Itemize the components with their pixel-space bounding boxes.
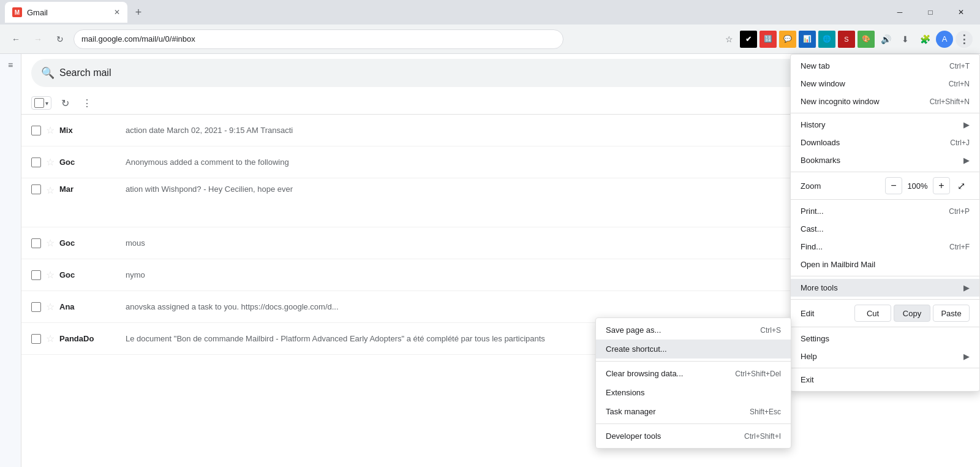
menu-cast[interactable]: Cast... bbox=[791, 220, 979, 238]
more-options-button[interactable]: ⋮ bbox=[78, 94, 96, 112]
url-bar[interactable]: mail.google.com/mail/u/0/#inbox bbox=[74, 29, 564, 49]
menu-downloads[interactable]: Downloads Ctrl+J bbox=[791, 134, 979, 151]
bookmark-icon[interactable]: ☆ bbox=[720, 31, 737, 48]
addressbar: ← → ↻ mail.google.com/mail/u/0/#inbox ☆ … bbox=[0, 25, 980, 54]
menu-new-tab[interactable]: New tab Ctrl+T bbox=[791, 57, 979, 75]
menu-more-tools-label: More tools bbox=[801, 283, 881, 292]
email-checkbox[interactable] bbox=[31, 238, 41, 248]
zoom-minus-button[interactable]: − bbox=[885, 177, 902, 194]
email-checkbox[interactable] bbox=[31, 126, 41, 135]
menu-new-tab-shortcut: Ctrl+T bbox=[949, 62, 970, 70]
profile-avatar[interactable]: A bbox=[936, 31, 953, 48]
sidebar-icon[interactable]: ≡ bbox=[4, 59, 17, 71]
menu-settings[interactable]: Settings bbox=[791, 330, 979, 347]
email-checkbox[interactable] bbox=[31, 270, 41, 280]
email-star[interactable]: ☆ bbox=[46, 237, 55, 249]
submenu-task-manager[interactable]: Task manager Shift+Esc bbox=[596, 402, 791, 421]
email-sender: PandaDo bbox=[59, 334, 121, 343]
submenu-clear-browsing-shortcut: Ctrl+Shift+Del bbox=[735, 370, 781, 378]
menu-help-arrow: ▶ bbox=[963, 352, 970, 361]
ext-icon-8[interactable]: 🔊 bbox=[877, 31, 894, 48]
submenu-task-manager-label: Task manager bbox=[606, 407, 750, 416]
search-icon: 🔍 bbox=[41, 66, 55, 80]
email-star[interactable]: ☆ bbox=[46, 184, 55, 196]
menu-find-shortcut: Ctrl+F bbox=[949, 243, 970, 251]
email-sender: Goc bbox=[59, 158, 121, 167]
minimize-button[interactable]: ─ bbox=[886, 3, 914, 21]
menu-incognito[interactable]: New incognito window Ctrl+Shift+N bbox=[791, 93, 979, 110]
ext-icon-3[interactable]: 💬 bbox=[779, 31, 796, 48]
menu-print[interactable]: Print... Ctrl+P bbox=[791, 202, 979, 220]
reload-button[interactable]: ↻ bbox=[51, 31, 69, 48]
submenu-extensions[interactable]: Extensions bbox=[596, 383, 791, 402]
ext-icon-7[interactable]: 🎨 bbox=[858, 31, 875, 48]
tab-close-icon[interactable]: ✕ bbox=[114, 8, 120, 17]
forward-button[interactable]: → bbox=[29, 31, 47, 48]
submenu-save-page[interactable]: Save page as... Ctrl+S bbox=[596, 321, 791, 340]
submenu-separator bbox=[596, 361, 791, 362]
email-star[interactable]: ☆ bbox=[46, 124, 55, 136]
submenu-clear-browsing[interactable]: Clear browsing data... Ctrl+Shift+Del bbox=[596, 364, 791, 383]
chrome-menu[interactable]: New tab Ctrl+T New window Ctrl+N New inc… bbox=[790, 54, 980, 392]
cut-button[interactable]: Cut bbox=[854, 305, 891, 322]
email-checkbox[interactable] bbox=[31, 184, 41, 194]
copy-button[interactable]: Copy bbox=[894, 305, 930, 322]
ext-todo-icon[interactable]: ✔ bbox=[740, 31, 757, 48]
email-star[interactable]: ☆ bbox=[46, 269, 55, 281]
ext-icon-6[interactable]: S bbox=[838, 31, 855, 48]
extensions-icon[interactable]: 🧩 bbox=[916, 31, 933, 48]
menu-incognito-label: New incognito window bbox=[801, 97, 930, 106]
select-all-checkbox[interactable]: ▾ bbox=[31, 96, 51, 110]
menu-separator-2 bbox=[791, 172, 979, 172]
menu-bookmarks[interactable]: Bookmarks ▶ bbox=[791, 151, 979, 169]
menu-bookmarks-arrow: ▶ bbox=[963, 156, 970, 165]
menu-separator-7 bbox=[791, 368, 979, 368]
close-button[interactable]: ✕ bbox=[947, 3, 975, 21]
back-button[interactable]: ← bbox=[7, 31, 24, 48]
tab-label: Gmail bbox=[27, 8, 109, 17]
new-tab-button[interactable]: + bbox=[130, 4, 147, 21]
refresh-button[interactable]: ↻ bbox=[56, 94, 74, 112]
email-star[interactable]: ☆ bbox=[46, 301, 55, 313]
submenu-separator-2 bbox=[596, 423, 791, 424]
zoom-fullscreen-button[interactable]: ⤢ bbox=[952, 177, 970, 194]
ext-icon-4[interactable]: 📊 bbox=[799, 31, 816, 48]
paste-button[interactable]: Paste bbox=[933, 305, 970, 322]
checkbox-all[interactable] bbox=[34, 98, 44, 108]
zoom-plus-button[interactable]: + bbox=[933, 177, 950, 194]
email-star[interactable]: ☆ bbox=[46, 333, 55, 344]
maximize-button[interactable]: □ bbox=[916, 3, 944, 21]
email-star[interactable]: ☆ bbox=[46, 156, 55, 168]
menu-help[interactable]: Help ▶ bbox=[791, 347, 979, 365]
browser-tab[interactable]: M Gmail ✕ bbox=[5, 2, 127, 23]
email-checkbox[interactable] bbox=[31, 302, 41, 312]
submenu-create-shortcut-label: Create shortcut... bbox=[606, 344, 781, 354]
menu-help-label: Help bbox=[801, 352, 881, 361]
menu-history-arrow: ▶ bbox=[963, 120, 970, 129]
menu-cast-label: Cast... bbox=[801, 224, 970, 234]
email-sender: Mar bbox=[59, 184, 121, 194]
submenu-clear-browsing-label: Clear browsing data... bbox=[606, 369, 735, 378]
menu-exit[interactable]: Exit bbox=[791, 371, 979, 389]
chrome-menu-button[interactable]: ⋮ bbox=[956, 31, 973, 48]
submenu-create-shortcut[interactable]: Create shortcut... bbox=[596, 340, 791, 359]
submenu-developer-tools-label: Developer tools bbox=[606, 431, 744, 441]
tab-favicon: M bbox=[12, 7, 22, 17]
email-checkbox[interactable] bbox=[31, 158, 41, 167]
menu-more-tools[interactable]: More tools ▶ bbox=[791, 279, 979, 297]
menu-find[interactable]: Find... Ctrl+F bbox=[791, 238, 979, 256]
ext-icon-5[interactable]: 🌐 bbox=[818, 31, 835, 48]
ext-icon-2[interactable]: 🔢 bbox=[760, 31, 777, 48]
email-checkbox[interactable] bbox=[31, 334, 41, 344]
menu-new-window[interactable]: New window Ctrl+N bbox=[791, 75, 979, 93]
menu-history[interactable]: History ▶ bbox=[791, 116, 979, 134]
url-text: mail.google.com/mail/u/0/#inbox bbox=[81, 34, 556, 44]
submenu-developer-tools[interactable]: Developer tools Ctrl+Shift+I bbox=[596, 427, 791, 446]
menu-separator bbox=[791, 113, 979, 113]
toolbar-icons: ☆ ✔ 🔢 💬 📊 🌐 S 🎨 🔊 ⬇ 🧩 A ⋮ bbox=[720, 31, 973, 48]
ext-icon-9[interactable]: ⬇ bbox=[897, 31, 914, 48]
menu-print-label: Print... bbox=[801, 207, 949, 216]
titlebar: M Gmail ✕ + ─ □ ✕ bbox=[0, 0, 980, 25]
more-tools-submenu[interactable]: Save page as... Ctrl+S Create shortcut..… bbox=[595, 317, 791, 449]
menu-open-mailbird[interactable]: Open in Mailbird Mail bbox=[791, 256, 979, 273]
